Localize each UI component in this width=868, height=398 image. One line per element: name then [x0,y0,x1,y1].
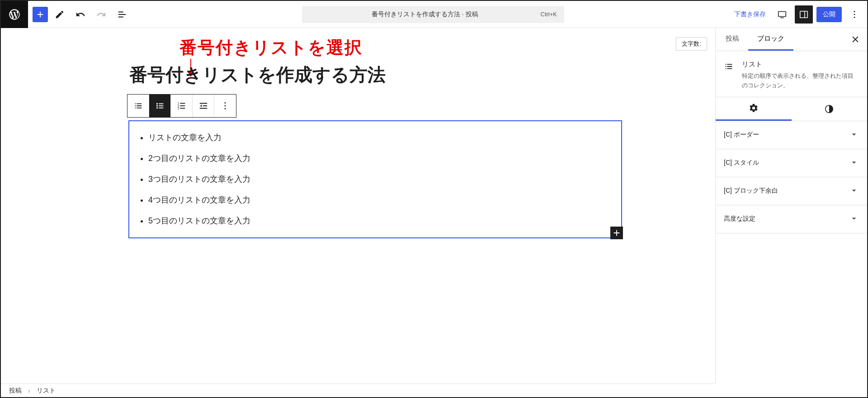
panel-border[interactable]: [C] ボーダー [716,121,867,149]
settings-sidebar: 投稿 ブロック リスト 特定の順序で表示される、整理された項目のコレクション。 [715,28,867,384]
svg-point-5 [854,16,855,18]
preview-button[interactable] [773,5,791,24]
undo-button[interactable] [71,5,90,24]
command-bar-shortcut: Ctrl+K [541,11,557,18]
settings-sidebar-toggle[interactable] [795,5,813,24]
svg-rect-9 [159,105,163,106]
redo-button [92,5,110,24]
chevron-down-icon [849,185,859,197]
svg-point-4 [854,14,855,15]
svg-rect-7 [159,104,163,104]
more-options-button[interactable] [214,95,236,117]
styles-icon [824,104,834,114]
panel-margin[interactable]: [C] ブロック下余白 [716,177,867,205]
chevron-down-icon [849,129,859,141]
list-block[interactable]: リストの文章を入力 2つ目のリストの文章を入力 3つ目のリストの文章を入力 4つ… [128,120,622,238]
breadcrumb: 投稿 › リスト [1,384,714,397]
wordpress-logo[interactable] [1,1,28,28]
svg-point-10 [156,107,157,109]
breadcrumb-item[interactable]: 投稿 [9,387,22,395]
list-item[interactable]: 2つ目のリストの文章を入力 [148,148,613,169]
svg-point-6 [156,103,157,104]
svg-rect-17 [180,108,185,109]
svg-text:3: 3 [177,107,179,110]
editor-canvas[interactable]: 番号付きリストを選択 文字数: 番号付きリストを作成する方法 123 リストの文… [1,28,715,384]
gear-icon [749,103,759,113]
chevron-down-icon [849,213,859,225]
list-item[interactable]: リストの文章を入力 [148,128,613,148]
list-item[interactable]: 3つ目のリストの文章を入力 [148,169,613,190]
block-toolbar: 123 [127,94,236,118]
tab-post[interactable]: 投稿 [717,28,748,51]
svg-point-18 [225,102,226,104]
save-draft-button[interactable]: 下書き保存 [731,8,769,21]
svg-rect-15 [180,105,185,106]
svg-rect-0 [778,11,786,16]
tab-block[interactable]: ブロック [748,28,793,51]
word-count-badge[interactable]: 文字数: [676,37,707,51]
close-sidebar-button[interactable] [844,28,866,51]
panel-label: [C] ブロック下余白 [724,187,778,195]
annotation-text: 番号付きリストを選択 [179,36,363,59]
panel-label: [C] スタイル [724,159,759,167]
tools-button[interactable] [51,5,69,24]
add-block-button[interactable] [33,7,48,22]
panel-label: [C] ボーダー [724,131,759,139]
svg-point-3 [854,11,855,12]
command-bar[interactable]: 番号付きリストを作成する方法 · 投稿 Ctrl+K [302,6,564,23]
options-button[interactable] [845,5,863,24]
command-bar-title: 番号付きリストを作成する方法 · 投稿 [309,10,541,19]
numbered-list-button[interactable]: 123 [171,95,193,117]
list-item[interactable]: 5つ目のリストの文章を入力 [148,211,613,232]
publish-button[interactable]: 公開 [816,7,842,22]
panel-style[interactable]: [C] スタイル [716,149,867,177]
chevron-right-icon: › [28,387,30,394]
breadcrumb-item[interactable]: リスト [37,387,56,395]
chevron-down-icon [849,157,859,169]
panel-label: 高度な設定 [724,215,755,223]
panel-advanced[interactable]: 高度な設定 [716,205,867,233]
list-item[interactable]: 4つ目のリストの文章を入力 [148,190,613,211]
topbar: 番号付きリストを作成する方法 · 投稿 Ctrl+K 下書き保存 公開 [1,1,867,28]
svg-rect-13 [180,103,185,104]
settings-subtab[interactable] [716,97,792,121]
document-outline-button[interactable] [113,5,131,24]
append-block-button[interactable] [610,227,623,239]
list-icon [724,60,736,90]
svg-rect-11 [159,108,163,109]
block-description: 特定の順序で表示される、整理された項目のコレクション。 [742,71,859,90]
svg-point-8 [156,105,157,106]
svg-point-20 [225,108,226,109]
styles-subtab[interactable] [792,97,868,121]
post-title[interactable]: 番号付きリストを作成する方法 [129,62,386,87]
block-type-button[interactable] [127,95,149,117]
svg-rect-1 [800,11,808,18]
svg-point-19 [225,105,226,107]
outdent-button[interactable] [193,95,214,117]
bullet-list-button[interactable] [149,95,171,117]
block-name-label: リスト [742,60,859,69]
